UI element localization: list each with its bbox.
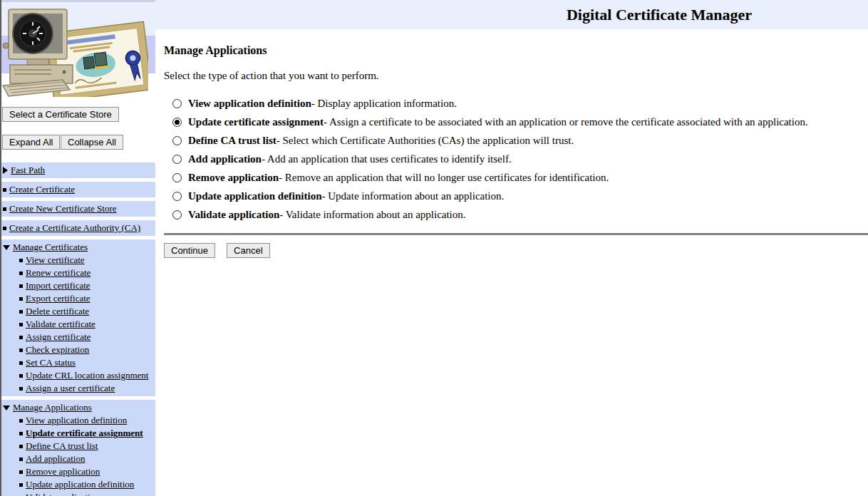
radio-define-ca-trust-list[interactable] bbox=[172, 136, 182, 145]
option-description: - Select which Certificate Authorities (… bbox=[277, 135, 574, 147]
sidebar-item-add-application[interactable]: Add application bbox=[26, 453, 85, 464]
page-title: Digital Certificate Manager bbox=[450, 6, 868, 24]
bullet-icon bbox=[19, 361, 23, 365]
option-label: Define CA trust list bbox=[188, 135, 277, 147]
nav-block: Manage CertificatesView certificateRenew… bbox=[0, 239, 155, 396]
option-description: - Validate information about an applicat… bbox=[279, 209, 465, 221]
sidebar-item-update-certificate-assignment[interactable]: Update certificate assignment bbox=[26, 428, 143, 438]
bullet-icon bbox=[19, 297, 23, 301]
expand-all-button[interactable]: Expand All bbox=[2, 135, 60, 150]
triangle-right-icon[interactable] bbox=[3, 167, 8, 174]
option-row: Validate application - Validate informat… bbox=[164, 205, 868, 224]
window-left-border bbox=[0, 0, 1, 496]
instruction-text: Select the type of action that you want … bbox=[164, 70, 868, 82]
sidebar-item-check-expiration[interactable]: Check expiration bbox=[26, 344, 89, 355]
bullet-icon bbox=[19, 284, 23, 288]
sidebar-item-export-certificate[interactable]: Export certificate bbox=[26, 293, 91, 304]
sidebar-item-assign-certificate[interactable]: Assign certificate bbox=[26, 331, 91, 342]
sidebar-item-define-ca-trust-list[interactable]: Define CA trust list bbox=[26, 440, 98, 451]
triangle-down-icon[interactable] bbox=[3, 245, 10, 250]
bullet-icon bbox=[19, 323, 23, 326]
bullet-icon bbox=[3, 227, 6, 230]
sidebar-item-assign-a-user-certificate[interactable]: Assign a user certificate bbox=[26, 383, 115, 393]
sidebar-item-view-application-definition[interactable]: View application definition bbox=[26, 415, 127, 425]
action-buttons: Continue Cancel bbox=[164, 243, 868, 258]
bullet-icon bbox=[19, 483, 23, 487]
select-certificate-store-button[interactable]: Select a Certificate Store bbox=[2, 107, 119, 122]
sidebar-item-manage-certificates[interactable]: Manage Certificates bbox=[13, 242, 88, 252]
radio-view-application-definition[interactable] bbox=[172, 99, 182, 108]
sidebar-item-create-new-certificate-store[interactable]: Create New Certificate Store bbox=[9, 203, 117, 214]
option-row: Update certificate assignment - Assign a… bbox=[164, 113, 868, 131]
bullet-icon bbox=[19, 458, 23, 461]
sidebar-item-view-certificate[interactable]: View certificate bbox=[26, 254, 85, 265]
sidebar-item-create-a-certificate-authority-ca[interactable]: Create a Certificate Authority (CA) bbox=[9, 222, 140, 233]
bullet-icon bbox=[19, 419, 23, 423]
radio-update-certificate-assignment[interactable] bbox=[172, 118, 182, 127]
nav-block: Create Certificate bbox=[0, 182, 155, 197]
option-description: - Add an application that uses certifica… bbox=[262, 153, 512, 165]
option-row: Update application definition - Update i… bbox=[164, 187, 868, 205]
section-heading: Manage Applications bbox=[164, 44, 868, 57]
triangle-down-icon[interactable] bbox=[3, 405, 10, 410]
option-row: Define CA trust list - Select which Cert… bbox=[164, 131, 868, 150]
banner bbox=[0, 0, 155, 100]
sidebar-item-import-certificate[interactable]: Import certificate bbox=[26, 280, 91, 291]
nav-block: Create a Certificate Authority (CA) bbox=[0, 220, 155, 236]
nav-block: Create New Certificate Store bbox=[0, 201, 155, 217]
option-label: Update application definition bbox=[188, 190, 322, 202]
sidebar-item-update-crl-location-assignment[interactable]: Update CRL location assignment bbox=[26, 370, 148, 381]
bullet-icon bbox=[19, 336, 23, 339]
sidebar-item-set-ca-status[interactable]: Set CA status bbox=[26, 357, 76, 368]
radio-add-application[interactable] bbox=[172, 155, 182, 164]
sidebar-item-fast-path[interactable]: Fast Path bbox=[11, 165, 45, 175]
main-content: Manage Applications Select the type of a… bbox=[164, 29, 868, 258]
cancel-button[interactable]: Cancel bbox=[227, 243, 269, 258]
sidebar-item-remove-application[interactable]: Remove application bbox=[26, 466, 100, 477]
sidebar-item-delete-certificate[interactable]: Delete certificate bbox=[26, 306, 89, 316]
banner-top-strip bbox=[0, 0, 155, 2]
sidebar-item-manage-applications[interactable]: Manage Applications bbox=[13, 402, 92, 413]
bullet-icon bbox=[19, 445, 23, 448]
bullet-icon bbox=[19, 374, 23, 378]
bullet-icon bbox=[3, 207, 6, 211]
sidebar-item-validate-certificate[interactable]: Validate certificate bbox=[26, 319, 95, 329]
option-label: Update certificate assignment bbox=[188, 116, 324, 128]
action-options: View application definition - Display ap… bbox=[164, 94, 868, 224]
bullet-icon bbox=[19, 259, 23, 262]
sidebar-item-renew-certificate[interactable]: Renew certificate bbox=[26, 267, 91, 278]
bullet-icon bbox=[19, 272, 23, 275]
bullet-icon bbox=[3, 188, 6, 192]
sidebar-item-validate-application[interactable]: Validate application bbox=[26, 492, 100, 496]
option-label: Add application bbox=[188, 153, 262, 165]
option-description: - Display application information. bbox=[311, 98, 457, 110]
computer-lock-certificate-illustration bbox=[1, 3, 148, 97]
option-row: View application definition - Display ap… bbox=[164, 94, 868, 113]
sidebar-nav: Fast PathCreate CertificateCreate New Ce… bbox=[0, 162, 155, 496]
nav-block: Fast Path bbox=[0, 162, 155, 178]
sidebar-item-update-application-definition[interactable]: Update application definition bbox=[26, 479, 134, 490]
bullet-icon bbox=[19, 432, 23, 435]
bullet-icon bbox=[19, 470, 23, 474]
option-label: Remove application bbox=[188, 172, 279, 184]
bullet-icon bbox=[19, 348, 23, 352]
option-label: View application definition bbox=[188, 98, 311, 110]
option-description: - Assign a certificate to be associated … bbox=[324, 116, 808, 128]
divider bbox=[164, 233, 868, 235]
option-row: Add application - Add an application tha… bbox=[164, 150, 868, 168]
sidebar-item-create-certificate[interactable]: Create Certificate bbox=[9, 184, 75, 195]
continue-button[interactable]: Continue bbox=[164, 243, 215, 258]
option-description: - Update information about an applicatio… bbox=[322, 190, 505, 202]
radio-remove-application[interactable] bbox=[172, 173, 182, 182]
option-description: - Remove an application that will no lon… bbox=[279, 172, 609, 184]
bullet-icon bbox=[19, 387, 23, 391]
collapse-all-button[interactable]: Collapse All bbox=[61, 135, 123, 150]
nav-block: Manage ApplicationsView application defi… bbox=[0, 400, 155, 496]
bullet-icon bbox=[19, 310, 23, 314]
option-label: Validate application bbox=[188, 209, 279, 221]
radio-validate-application[interactable] bbox=[172, 210, 182, 219]
radio-update-application-definition[interactable] bbox=[172, 192, 182, 201]
option-row: Remove application - Remove an applicati… bbox=[164, 168, 868, 187]
